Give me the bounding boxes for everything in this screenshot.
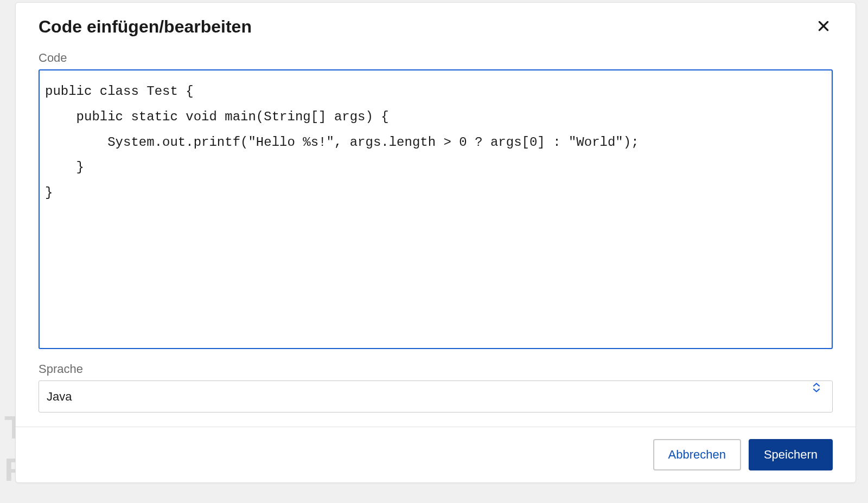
cancel-button[interactable]: Abbrechen xyxy=(653,439,741,470)
close-button[interactable] xyxy=(814,17,833,37)
dialog-footer: Abbrechen Speichern xyxy=(16,427,856,482)
dialog-title: Code einfügen/bearbeiten xyxy=(39,17,252,37)
dialog-body: Code Sprache Java xyxy=(16,46,856,427)
save-button[interactable]: Speichern xyxy=(749,439,833,470)
language-label: Sprache xyxy=(39,362,833,376)
code-label: Code xyxy=(39,51,833,65)
code-insert-dialog: Code einfügen/bearbeiten Code Sprache Ja… xyxy=(15,2,856,483)
language-select[interactable]: Java xyxy=(39,381,833,412)
code-textarea[interactable] xyxy=(39,69,833,349)
dialog-header: Code einfügen/bearbeiten xyxy=(16,3,856,46)
close-icon xyxy=(816,19,831,35)
language-field-wrapper: Sprache Java xyxy=(39,362,833,412)
